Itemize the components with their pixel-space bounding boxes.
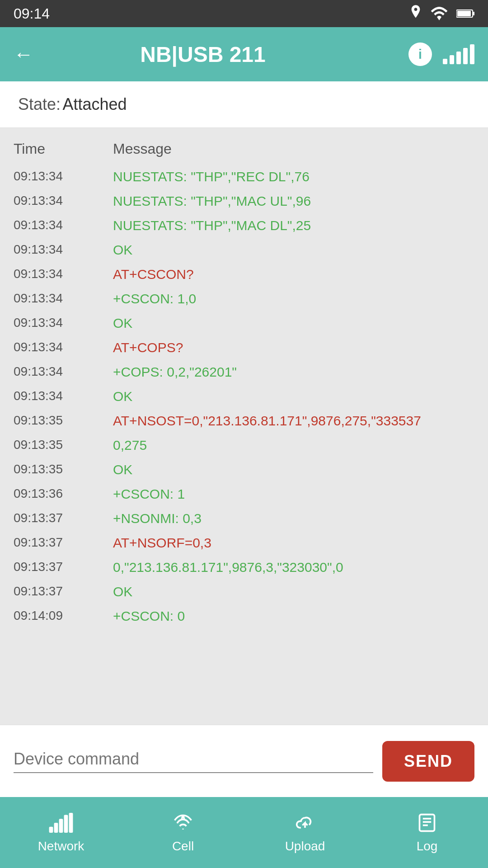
log-row: 09:13:34NUESTATS: "THP","REC DL",76 (14, 165, 474, 189)
log-row: 09:13:34AT+COPS? (14, 335, 474, 360)
header: ← NB|USB 211 i (0, 27, 488, 81)
log-time: 09:14:09 (14, 604, 113, 628)
log-time: 09:13:37 (14, 531, 113, 555)
log-time: 09:13:34 (14, 360, 113, 384)
log-message: AT+NSOST=0,"213.136.81.171",9876,275,"33… (113, 409, 474, 433)
log-message: OK (113, 311, 474, 335)
col-time: Time (14, 137, 113, 165)
log-row: 09:13:34NUESTATS: "THP","MAC UL",96 (14, 189, 474, 213)
log-message: AT+NSORF=0,3 (113, 531, 474, 555)
log-row: 09:14:09+CSCON: 0 (14, 604, 474, 628)
nav-log[interactable]: Log (366, 813, 488, 854)
log-time: 09:13:34 (14, 238, 113, 262)
log-row: 09:13:34+COPS: 0,2,"26201" (14, 360, 474, 384)
page-title: NB|USB 211 (11, 42, 395, 67)
log-message: OK (113, 580, 474, 604)
log-message: AT+COPS? (113, 335, 474, 360)
log-message: NUESTATS: "THP","MAC DL",25 (113, 213, 474, 238)
log-message: OK (113, 384, 474, 409)
log-time: 09:13:34 (14, 384, 113, 409)
svg-rect-5 (59, 819, 63, 833)
log-time: 09:13:34 (14, 262, 113, 287)
log-message: AT+CSCON? (113, 262, 474, 287)
svg-rect-1 (473, 12, 474, 15)
nav-network-label: Network (38, 839, 84, 854)
svg-rect-4 (54, 823, 58, 833)
log-message: NUESTATS: "THP","REC DL",76 (113, 165, 474, 189)
log-message: +COPS: 0,2,"26201" (113, 360, 474, 384)
log-time: 09:13:35 (14, 433, 113, 458)
state-value: Attached (63, 95, 127, 113)
log-row: 09:13:36+CSCON: 1 (14, 482, 474, 506)
log-row: 09:13:350,275 (14, 433, 474, 458)
log-row: 09:13:34AT+CSCON? (14, 262, 474, 287)
svg-rect-6 (64, 815, 68, 833)
log-message: OK (113, 458, 474, 482)
log-message: +CSCON: 1 (113, 482, 474, 506)
status-time: 09:14 (14, 5, 50, 22)
svg-rect-2 (457, 11, 471, 16)
log-table: Time Message 09:13:34NUESTATS: "THP","RE… (14, 137, 474, 628)
log-row: 09:13:34OK (14, 311, 474, 335)
state-row: State: Attached (0, 81, 488, 128)
log-message: +NSONMI: 0,3 (113, 506, 474, 531)
log-time: 09:13:34 (14, 189, 113, 213)
log-message: +CSCON: 1,0 (113, 287, 474, 311)
log-row: 09:13:37+NSONMI: 0,3 (14, 506, 474, 531)
command-input-wrap (14, 750, 373, 773)
status-bar: 09:14 (0, 0, 488, 27)
log-message: 0,"213.136.81.171",9876,3,"323030",0 (113, 555, 474, 580)
status-icons (409, 5, 474, 22)
log-row: 09:13:37AT+NSORF=0,3 (14, 531, 474, 555)
state-label: State: (18, 95, 61, 113)
nav-network[interactable]: Network (0, 813, 122, 854)
network-icon (49, 813, 73, 835)
log-time: 09:13:37 (14, 555, 113, 580)
log-row: 09:13:35AT+NSOST=0,"213.136.81.171",9876… (14, 409, 474, 433)
log-row: 09:13:34OK (14, 238, 474, 262)
log-time: 09:13:36 (14, 482, 113, 506)
log-row: 09:13:34OK (14, 384, 474, 409)
log-message: NUESTATS: "THP","MAC UL",96 (113, 189, 474, 213)
location-icon (409, 5, 422, 22)
log-time: 09:13:34 (14, 335, 113, 360)
log-time: 09:13:34 (14, 287, 113, 311)
svg-rect-3 (49, 827, 53, 833)
nav-cell-label: Cell (172, 839, 194, 854)
log-time: 09:13:34 (14, 165, 113, 189)
log-row: 09:13:34+CSCON: 1,0 (14, 287, 474, 311)
send-button[interactable]: SEND (382, 741, 474, 782)
nav-upload[interactable]: Upload (244, 813, 366, 854)
battery-icon (456, 8, 474, 19)
log-time: 09:13:35 (14, 458, 113, 482)
log-row: 09:13:37OK (14, 580, 474, 604)
log-icon (415, 813, 439, 835)
command-area: SEND (0, 725, 488, 797)
cell-icon (171, 813, 195, 835)
log-area: Time Message 09:13:34NUESTATS: "THP","RE… (0, 128, 488, 725)
log-time: 09:13:37 (14, 580, 113, 604)
log-time: 09:13:34 (14, 213, 113, 238)
log-message: OK (113, 238, 474, 262)
svg-rect-7 (69, 813, 73, 833)
nav-cell[interactable]: Cell (122, 813, 244, 854)
log-message: 0,275 (113, 433, 474, 458)
command-input[interactable] (14, 750, 373, 769)
wifi-icon (430, 7, 448, 20)
log-time: 09:13:35 (14, 409, 113, 433)
log-time: 09:13:34 (14, 311, 113, 335)
info-button[interactable]: i (408, 42, 432, 66)
upload-icon (293, 813, 317, 835)
bottom-nav: Network Cell Upload (0, 797, 488, 868)
log-row: 09:13:34NUESTATS: "THP","MAC DL",25 (14, 213, 474, 238)
header-actions: i (408, 42, 474, 66)
log-message: +CSCON: 0 (113, 604, 474, 628)
log-row: 09:13:35OK (14, 458, 474, 482)
nav-upload-label: Upload (285, 839, 325, 854)
log-time: 09:13:37 (14, 506, 113, 531)
col-message: Message (113, 137, 474, 165)
signal-icon (443, 44, 474, 64)
log-row: 09:13:370,"213.136.81.171",9876,3,"32303… (14, 555, 474, 580)
nav-log-label: Log (417, 839, 438, 854)
